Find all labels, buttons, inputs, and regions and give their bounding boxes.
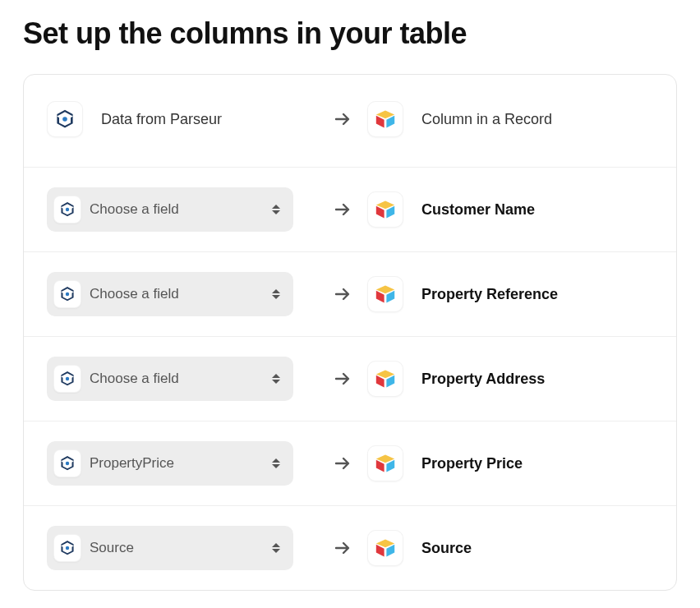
source-field-select[interactable]: Choose a field [47, 272, 293, 316]
sort-caret-icon [270, 287, 282, 302]
target-column-label: Customer Name [421, 201, 535, 219]
airtable-icon [367, 361, 403, 397]
arrow-right-icon [333, 284, 352, 304]
mapping-row: Choose a field Property Reference [24, 252, 676, 337]
arrow-right-icon [333, 200, 352, 219]
parseur-icon [53, 449, 81, 477]
parseur-icon [53, 365, 81, 393]
parseur-icon [53, 196, 81, 223]
airtable-icon [367, 101, 403, 137]
source-field-select[interactable]: Source [47, 526, 293, 570]
source-field-text: Choose a field [90, 371, 262, 387]
airtable-icon [367, 445, 403, 481]
arrow-right-icon [333, 454, 352, 473]
arrow-right-icon [333, 538, 352, 558]
parseur-icon [53, 280, 81, 308]
target-column-label: Property Reference [421, 286, 558, 303]
sort-caret-icon [270, 202, 282, 217]
source-field-select[interactable]: PropertyPrice [47, 441, 293, 486]
target-column-label: Property Price [421, 455, 523, 472]
target-column-label: Property Address [421, 371, 545, 388]
arrow-right-icon [333, 109, 352, 129]
mapping-row: Source Source [24, 506, 676, 590]
source-field-text: PropertyPrice [90, 455, 262, 472]
mapping-row: Choose a field Customer Name [24, 168, 676, 252]
target-column-label: Source [421, 540, 472, 557]
source-field-select[interactable]: Choose a field [47, 357, 293, 401]
mapping-row: Choose a field Property Address [24, 337, 676, 421]
airtable-icon [367, 276, 403, 312]
source-field-select[interactable]: Choose a field [47, 187, 293, 232]
source-field-text: Choose a field [90, 286, 262, 302]
source-header-label: Data from Parseur [101, 111, 222, 128]
mapping-row: PropertyPrice Property Price [24, 421, 676, 506]
source-field-text: Choose a field [90, 201, 262, 218]
mapping-card: Data from Parseur Column in a Record Cho… [23, 74, 677, 591]
parseur-icon [53, 534, 81, 562]
page-title: Set up the columns in your table [23, 16, 677, 51]
airtable-icon [367, 530, 403, 566]
source-field-text: Source [90, 540, 262, 556]
sort-caret-icon [270, 371, 282, 386]
header-row: Data from Parseur Column in a Record [24, 75, 676, 168]
sort-caret-icon [270, 456, 282, 471]
sort-caret-icon [270, 541, 282, 555]
arrow-right-icon [333, 369, 352, 389]
parseur-icon [47, 101, 83, 137]
target-header-label: Column in a Record [421, 111, 552, 128]
airtable-icon [367, 191, 403, 228]
